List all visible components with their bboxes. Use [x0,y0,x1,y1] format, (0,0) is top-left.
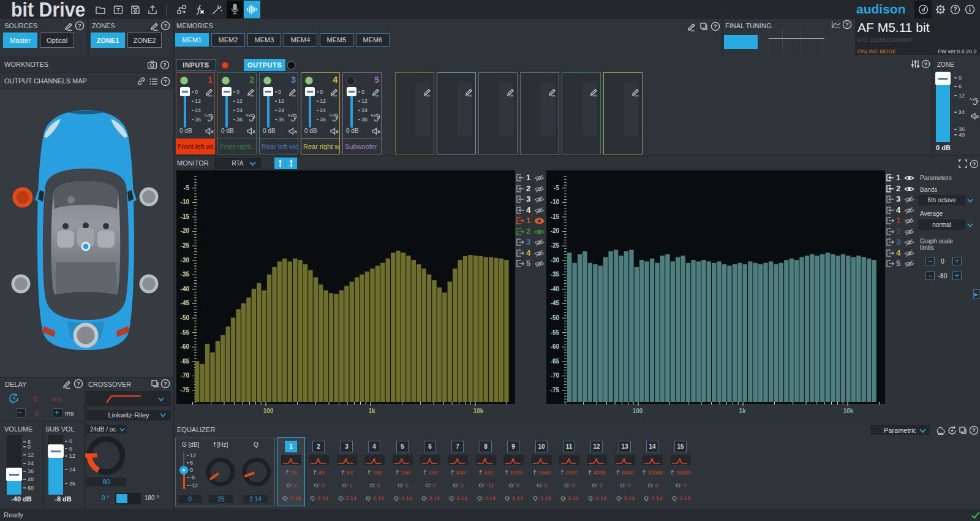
svg-text:-75: -75 [551,387,560,394]
svg-text:-50: -50 [551,314,560,321]
svg-text:?: ? [164,380,167,387]
svg-text:-55: -55 [181,329,190,336]
svg-text:-35: -35 [551,271,560,278]
svg-text:?: ? [953,6,957,13]
svg-text:-40: -40 [551,286,560,292]
svg-text:-70: -70 [181,372,190,379]
svg-text:-35: -35 [181,271,190,278]
svg-text:-60: -60 [551,343,560,350]
svg-text:-45: -45 [551,300,560,306]
svg-text:-75: -75 [181,387,190,394]
svg-text:-15: -15 [181,213,190,220]
svg-text:-60: -60 [181,343,190,350]
svg-text:-20: -20 [551,227,560,234]
svg-text:-65: -65 [181,358,190,365]
svg-text:?: ? [972,427,976,433]
svg-text:-70: -70 [551,372,560,379]
svg-text:?: ? [164,78,167,85]
svg-text:?: ? [78,22,81,29]
svg-text:-25: -25 [181,242,190,249]
svg-text:-55: -55 [551,329,560,336]
svg-text:i: i [969,6,971,13]
svg-text:-50: -50 [181,314,190,321]
svg-text:?: ? [845,21,849,28]
svg-text:-10: -10 [551,199,560,205]
svg-text:-25: -25 [551,242,560,249]
svg-text:?: ? [714,23,717,29]
svg-text:-10: -10 [181,199,190,205]
svg-text:-30: -30 [551,257,560,264]
svg-text:-5: -5 [554,184,559,191]
svg-text:?: ? [164,22,167,29]
svg-text:?: ? [973,161,976,167]
svg-text:-15: -15 [551,213,560,220]
svg-text:-30: -30 [181,257,190,264]
svg-text:-20: -20 [181,227,190,234]
svg-text:-40: -40 [181,286,190,292]
svg-text:-65: -65 [551,358,560,365]
svg-text:?: ? [924,61,927,67]
svg-text:-45: -45 [181,300,190,306]
svg-text:?: ? [163,61,167,68]
svg-text:?: ? [77,380,80,387]
svg-text:-5: -5 [184,184,189,191]
